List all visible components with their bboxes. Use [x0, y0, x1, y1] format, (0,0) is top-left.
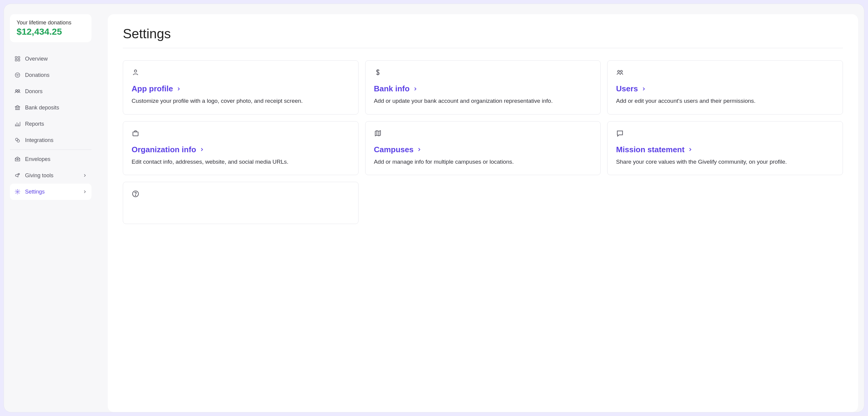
card-description: Add or update your bank account and orga… — [374, 97, 592, 105]
sidebar-item-reports[interactable]: Reports — [10, 116, 91, 132]
chevron-right-icon — [641, 86, 647, 92]
app-frame: Your lifetime donations $12,434.25 Overv… — [4, 4, 864, 412]
sidebar-item-donations[interactable]: Donations — [10, 67, 91, 83]
question-circle-icon — [132, 190, 140, 198]
sidebar-item-donors[interactable]: Donors — [10, 83, 91, 100]
sidebar-item-label: Settings — [25, 189, 45, 195]
svg-point-17 — [135, 195, 136, 196]
dollar-icon — [374, 68, 382, 76]
card-title-row: Mission statement — [616, 145, 834, 154]
link-circles-icon — [14, 137, 21, 143]
svg-rect-2 — [16, 59, 17, 61]
sidebar-item-label: Bank deposits — [25, 105, 59, 111]
card-help[interactable] — [123, 182, 359, 224]
svg-point-11 — [17, 191, 19, 193]
sidebar-item-overview[interactable]: Overview — [10, 50, 91, 67]
sidebar-item-integrations[interactable]: Integrations — [10, 132, 91, 148]
lifetime-donations-card[interactable]: Your lifetime donations $12,434.25 — [10, 14, 91, 42]
person-icon — [132, 68, 140, 76]
sidebar-nav: Overview Donations Donors Bank deposits — [10, 50, 91, 200]
lifetime-donations-label: Your lifetime donations — [17, 20, 85, 26]
grid-icon — [14, 56, 21, 62]
card-title-row: Campuses — [374, 145, 592, 154]
sidebar-item-bank-deposits[interactable]: Bank deposits — [10, 100, 91, 116]
svg-point-13 — [618, 71, 620, 73]
title-divider — [123, 48, 843, 48]
chevron-right-icon — [83, 173, 87, 178]
heart-circle-icon — [14, 72, 21, 78]
card-title: Users — [616, 84, 638, 94]
sidebar: Your lifetime donations $12,434.25 Overv… — [4, 4, 97, 412]
message-icon — [616, 129, 624, 137]
bank-icon — [14, 104, 21, 111]
map-icon — [374, 129, 382, 137]
sidebar-item-settings[interactable]: Settings — [10, 183, 91, 200]
sidebar-item-giving-tools[interactable]: Giving tools — [10, 167, 91, 183]
svg-point-7 — [16, 138, 18, 140]
card-title-row: Users — [616, 84, 834, 94]
card-title-row: Organization info — [132, 145, 350, 154]
svg-point-8 — [17, 140, 19, 142]
sidebar-item-label: Overview — [25, 56, 48, 62]
sidebar-item-label: Donors — [25, 88, 42, 95]
people-icon — [616, 68, 624, 76]
card-users[interactable]: Users Add or edit your account's users a… — [607, 60, 843, 114]
card-app-profile[interactable]: App profile Customize your profile with … — [123, 60, 359, 114]
card-title: Mission statement — [616, 145, 684, 154]
card-title: Campuses — [374, 145, 414, 154]
svg-rect-15 — [133, 132, 138, 136]
main-panel: Settings App profile Customize your prof… — [108, 14, 858, 412]
chevron-right-icon — [176, 86, 181, 92]
card-description: Customize your profile with a logo, cove… — [132, 97, 350, 105]
card-title: App profile — [132, 84, 173, 94]
chevron-right-icon — [687, 147, 693, 152]
card-mission-statement[interactable]: Mission statement Share your core values… — [607, 121, 843, 175]
card-description: Add or edit your account's users and the… — [616, 97, 834, 105]
svg-point-14 — [621, 71, 623, 73]
chevron-right-icon — [416, 147, 422, 152]
page-title: Settings — [123, 26, 843, 41]
card-title: Organization info — [132, 145, 196, 154]
lifetime-donations-value: $12,434.25 — [17, 27, 85, 37]
card-description: Share your core values with the Givelify… — [616, 158, 834, 166]
svg-point-6 — [18, 90, 20, 91]
card-description: Edit contact info, addresses, website, a… — [132, 158, 350, 166]
card-organization-info[interactable]: Organization info Edit contact info, add… — [123, 121, 359, 175]
sidebar-item-label: Reports — [25, 121, 44, 127]
chevron-right-icon — [83, 189, 87, 194]
sidebar-item-label: Envelopes — [25, 156, 51, 163]
sidebar-divider — [10, 149, 91, 150]
sidebar-item-label: Giving tools — [25, 172, 54, 179]
people-icon — [14, 88, 21, 95]
sidebar-item-label: Integrations — [25, 137, 54, 143]
card-bank-info[interactable]: Bank info Add or update your bank accoun… — [365, 60, 601, 114]
card-title: Bank info — [374, 84, 409, 94]
card-campuses[interactable]: Campuses Add or manage info for multiple… — [365, 121, 601, 175]
svg-point-9 — [17, 158, 18, 159]
card-title-row: App profile — [132, 84, 350, 94]
megaphone-icon — [14, 172, 21, 179]
card-description: Add or manage info for multiple campuses… — [374, 158, 592, 166]
envelope-icon — [14, 156, 21, 163]
chevron-right-icon — [412, 86, 418, 92]
svg-rect-3 — [18, 59, 20, 61]
briefcase-icon — [132, 129, 140, 137]
settings-cards-grid: App profile Customize your profile with … — [123, 60, 843, 224]
card-title-row: Bank info — [374, 84, 592, 94]
svg-point-5 — [16, 90, 17, 91]
sidebar-item-label: Donations — [25, 72, 50, 78]
sidebar-item-envelopes[interactable]: Envelopes — [10, 151, 91, 167]
svg-rect-0 — [16, 57, 17, 59]
svg-point-4 — [16, 73, 20, 77]
gear-icon — [14, 188, 21, 195]
svg-point-10 — [18, 174, 19, 175]
chevron-right-icon — [199, 147, 205, 152]
svg-point-12 — [134, 70, 137, 72]
svg-rect-1 — [18, 57, 20, 59]
bar-chart-icon — [14, 120, 21, 127]
